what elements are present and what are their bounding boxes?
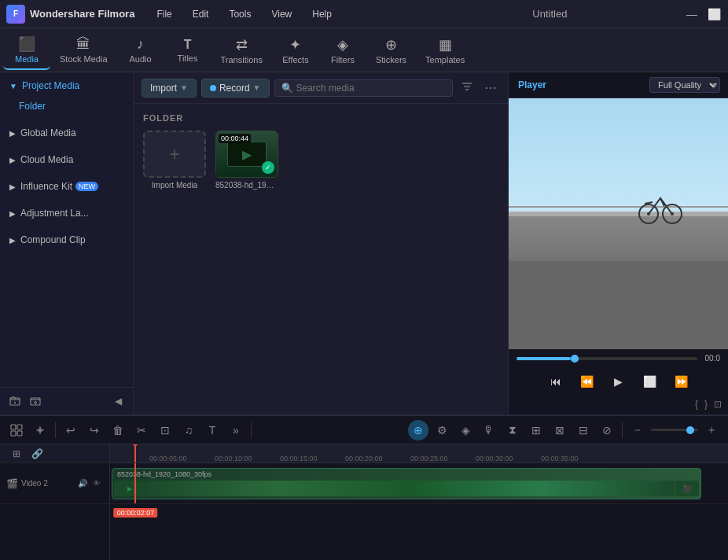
timeline-speed-button[interactable]: ⧗	[502, 420, 523, 440]
maximize-button[interactable]: ⬜	[706, 6, 722, 22]
new-folder-button[interactable]	[6, 392, 24, 410]
global-media-header[interactable]: ▶ Global Media	[0, 123, 133, 143]
cloud-media-header[interactable]: ▶ Cloud Media	[0, 149, 133, 170]
chevron-right-icon3: ▶	[9, 182, 16, 191]
link-track-button[interactable]: 🔗	[27, 444, 47, 464]
record-dropdown-icon: ▼	[253, 83, 261, 92]
out-point-button[interactable]: }	[704, 399, 708, 410]
player-timeline-slider[interactable]	[517, 357, 697, 360]
audio-icon: ♪	[137, 36, 144, 53]
media-toolbar: Import ▼ Record ▼ 🔍 ⋯	[134, 72, 508, 104]
video-clip-item[interactable]: 00:00:44 ▶ ✓ 852038-hd_1920...	[215, 131, 278, 190]
zoom-in-button[interactable]: ＋	[701, 420, 722, 440]
compound-clip-header[interactable]: ▶ Compound Clip	[0, 230, 133, 250]
cloud-media-label: Cloud Media	[20, 154, 73, 165]
video-clip-thumb[interactable]: 00:00:44 ▶ ✓	[215, 131, 278, 178]
audio-detach-button[interactable]: ♫	[178, 420, 199, 440]
link-folder-button[interactable]	[27, 392, 44, 410]
timeline-motion-button[interactable]: ⊕	[408, 420, 428, 440]
skip-back-button[interactable]: ⏮	[545, 370, 567, 392]
redo-button[interactable]: ↪	[84, 420, 105, 440]
player-tab[interactable]: Player	[518, 79, 546, 90]
stock-media-label: Stock Media	[60, 54, 108, 64]
folder-item[interactable]: Folder	[0, 96, 133, 116]
stickers-icon: ⊕	[385, 36, 397, 53]
undo-button[interactable]: ↩	[61, 420, 81, 440]
track-eye-button[interactable]: 👁	[90, 477, 103, 490]
pip-button[interactable]: ⊠	[550, 420, 570, 440]
play-button[interactable]: ▶	[608, 370, 630, 392]
video-track-icon: 🎬	[6, 478, 18, 489]
in-point-button[interactable]: {	[695, 399, 698, 410]
svg-rect-0	[10, 398, 20, 405]
video-clip[interactable]: 852038-hd_1920_1080_30fps ▶ ⬛	[112, 468, 701, 499]
scenes-button[interactable]	[6, 420, 27, 440]
menu-edit[interactable]: Edit	[183, 6, 219, 23]
menu-file[interactable]: File	[147, 6, 181, 23]
minimize-button[interactable]: —	[684, 6, 700, 22]
section-influence-kit: ▶ Influence Kit NEW	[0, 173, 133, 200]
tool-stock-media[interactable]: 🏛 Stock Media	[50, 31, 117, 68]
timeline-audio-button[interactable]: 🎙	[479, 420, 499, 440]
ai-tools-button[interactable]: ⊞	[526, 420, 546, 440]
player-more-button[interactable]: ⊡	[714, 399, 722, 410]
tool-effects[interactable]: ✦ Effects	[272, 31, 319, 69]
tool-templates[interactable]: ▦ Templates	[416, 31, 474, 69]
add-track-button[interactable]: ⊞	[6, 444, 27, 464]
timestamp-tooltip: 00:00:02:07	[114, 508, 158, 518]
project-media-header[interactable]: ▼ Project Media	[0, 76, 133, 96]
overlay-button[interactable]: ⊟	[573, 420, 594, 440]
chevron-down-icon: ▼	[9, 82, 17, 90]
zoom-handle[interactable]	[686, 426, 694, 434]
quality-select[interactable]: Full Quality 1/2 Quality 1/4 Quality	[649, 77, 720, 93]
import-button[interactable]: Import ▼	[142, 79, 197, 98]
menu-help[interactable]: Help	[303, 6, 341, 23]
timeline-tracks[interactable]: 00:00:05:00 00:00:10:00 00:00:15:00 00:0…	[110, 444, 728, 560]
track-labels: ⊞ 🔗 🎬 Video 2 🔊 👁	[0, 444, 110, 560]
templates-icon: ▦	[439, 36, 452, 53]
crop-button[interactable]: ⊡	[155, 420, 175, 440]
tool-media[interactable]: ⬛ Media	[3, 31, 50, 70]
video2-track[interactable]: 00:00:02:07 852038-hd_1920_1080_30fps ▶ …	[110, 463, 728, 504]
delete-button[interactable]: 🗑	[108, 420, 128, 440]
collapse-panel-button[interactable]: ◀	[109, 392, 127, 410]
playhead[interactable]	[134, 444, 136, 462]
track-volume-button[interactable]: 🔊	[76, 477, 89, 490]
svg-point-2	[35, 402, 37, 404]
toolbar-separator-1	[55, 422, 56, 438]
skip-forward-button[interactable]: ⏩	[671, 370, 693, 392]
influence-kit-header[interactable]: ▶ Influence Kit NEW	[0, 176, 133, 197]
record-button[interactable]: Record ▼	[201, 79, 270, 98]
tool-titles[interactable]: T Titles	[164, 33, 211, 68]
tool-stickers[interactable]: ⊕ Stickers	[366, 31, 416, 69]
tool-filters[interactable]: ◈ Filters	[319, 31, 366, 69]
more-tools-button[interactable]: »	[226, 420, 246, 440]
filter-button[interactable]	[458, 77, 476, 98]
compound-clip-label: Compound Clip	[20, 234, 86, 245]
filters-icon: ◈	[337, 36, 348, 53]
stop-button[interactable]: ⬜	[639, 370, 661, 392]
more-options-button[interactable]: ⋯	[481, 77, 500, 98]
player-timeline-handle[interactable]	[571, 355, 579, 363]
tool-transitions[interactable]: ⇄ Transitions	[211, 31, 272, 69]
search-box[interactable]: 🔍	[274, 79, 453, 97]
zoom-out-button[interactable]: －	[627, 420, 648, 440]
ruler-mark-7: 00:00:35:00	[541, 455, 579, 462]
adjustment-header[interactable]: ▶ Adjustment La...	[0, 203, 133, 223]
tool-audio[interactable]: ♪ Audio	[117, 31, 164, 68]
ruler-mark-5: 00:00:25:00	[410, 455, 448, 462]
text-button[interactable]: T	[202, 420, 222, 440]
search-input[interactable]	[296, 83, 446, 94]
titles-label: Titles	[178, 53, 198, 63]
timeline-color-button[interactable]: ⚙	[432, 420, 452, 440]
zoom-slider[interactable]	[651, 429, 698, 431]
snap-button[interactable]	[30, 420, 50, 440]
remove-bg-button[interactable]: ⊘	[597, 420, 617, 440]
import-media-item[interactable]: + Import Media	[143, 131, 206, 190]
cut-button[interactable]: ✂	[131, 420, 152, 440]
menu-view[interactable]: View	[262, 6, 301, 23]
frame-back-button[interactable]: ⏪	[576, 370, 598, 392]
menu-tools[interactable]: Tools	[219, 6, 260, 23]
import-thumb[interactable]: +	[143, 131, 206, 178]
timeline-mask-button[interactable]: ◈	[455, 420, 476, 440]
